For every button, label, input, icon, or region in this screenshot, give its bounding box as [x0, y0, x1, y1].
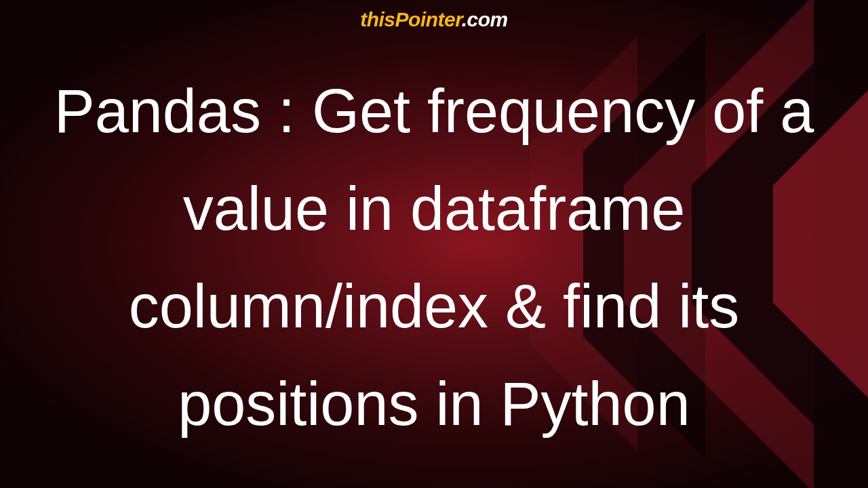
- article-title: Pandas : Get frequency of a value in dat…: [0, 62, 868, 453]
- brand-text-primary: thisPointer: [360, 8, 462, 30]
- headline-container: Pandas : Get frequency of a value in dat…: [0, 41, 868, 474]
- site-brand: thisPointer.com: [0, 8, 868, 31]
- brand-text-secondary: .com: [462, 8, 508, 30]
